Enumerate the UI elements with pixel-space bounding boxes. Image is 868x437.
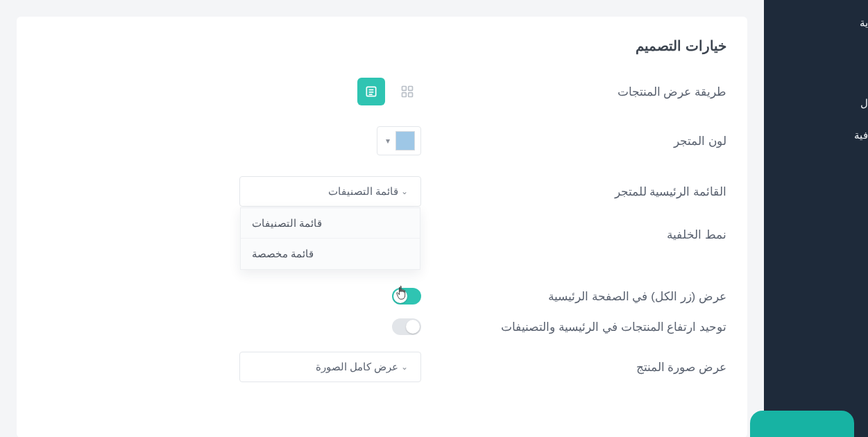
main-menu-select[interactable]: ⌄ قائمة التصنيفات قائمة التصنيفات قائمة … (239, 176, 421, 207)
main-menu-selected: قائمة التصنيفات (250, 185, 398, 198)
sidebar-accent (750, 411, 854, 437)
color-picker[interactable]: ▾ (377, 126, 421, 155)
product-image-select[interactable]: ⌄ عرض كامل الصورة (239, 352, 421, 382)
row-display-mode: طريقة عرض المنتجات (37, 78, 726, 105)
label-product-image: عرض صورة المنتج (428, 360, 726, 375)
label-bg-pattern: نمط الخلفية (428, 228, 726, 242)
chevron-down-icon: ▾ (383, 136, 393, 146)
label-unify-height: توحيد ارتفاع المنتجات في الرئيسية والتصن… (428, 320, 726, 334)
row-product-image: عرض صورة المنتج ⌄ عرض كامل الصورة (37, 352, 726, 382)
label-display-mode: طريقة عرض المنتجات (428, 85, 726, 99)
svg-rect-3 (409, 93, 413, 97)
label-store-color: لون المتجر (428, 134, 726, 148)
view-toggle-group (357, 78, 421, 105)
grid-view-button[interactable] (393, 78, 421, 105)
main-menu-dropdown: قائمة التصنيفات قائمة مخصصة (240, 207, 420, 270)
color-swatch (395, 131, 415, 151)
section-title: خيارات التصميم (37, 37, 726, 54)
sidebar-item-1[interactable]: ل (764, 87, 868, 119)
chevron-down-icon: ⌄ (398, 187, 411, 196)
label-show-all: عرض (زر الكل) في الصفحة الرئيسية (428, 289, 726, 304)
chevron-down-icon: ⌄ (398, 362, 411, 372)
dropdown-option-categories[interactable]: قائمة التصنيفات (241, 208, 420, 239)
list-icon (364, 85, 378, 98)
list-view-button[interactable] (357, 78, 385, 105)
label-main-menu: القائمة الرئيسية للمتجر (428, 185, 726, 199)
svg-rect-1 (409, 87, 413, 91)
toggle-unify-height[interactable] (392, 318, 421, 335)
toggle-show-all[interactable] (392, 288, 421, 305)
row-main-menu: القائمة الرئيسية للمتجر ⌄ قائمة التصنيفا… (37, 176, 726, 207)
dropdown-option-custom[interactable]: قائمة مخصصة (241, 239, 420, 269)
row-unify-height: توحيد ارتفاع المنتجات في الرئيسية والتصن… (37, 318, 726, 335)
row-store-color: لون المتجر ▾ (37, 126, 726, 155)
content: خيارات التصميم طريقة عرض المنتجات (0, 0, 764, 437)
product-image-selected: عرض كامل الصورة (250, 361, 398, 373)
sidebar-item-0[interactable]: ية (764, 7, 868, 39)
row-show-all: عرض (زر الكل) في الصفحة الرئيسية (37, 288, 726, 305)
grid-icon (400, 85, 414, 98)
svg-rect-0 (402, 87, 407, 91)
design-options-card: خيارات التصميم طريقة عرض المنتجات (17, 17, 747, 437)
sidebar-item-2[interactable]: فية (764, 119, 868, 151)
svg-rect-2 (402, 93, 407, 97)
sidebar: ية ل فية (764, 0, 868, 437)
